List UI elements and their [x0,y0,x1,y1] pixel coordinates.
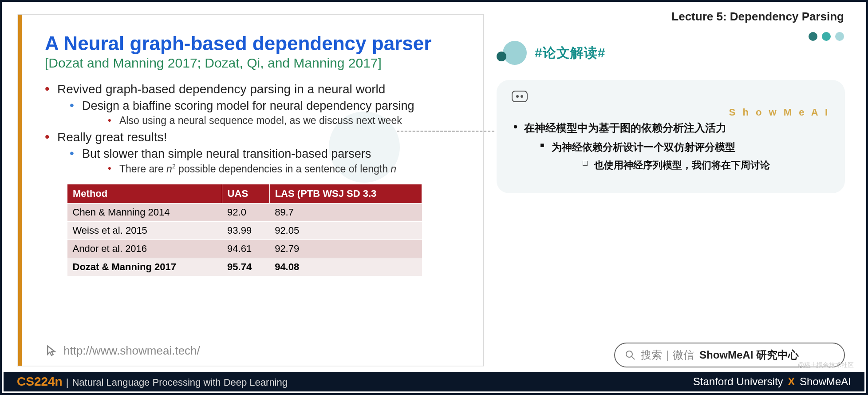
bullet-text: Design a biaffine scoring model for neur… [82,99,414,112]
cell-method: Chen & Manning 2014 [67,203,222,221]
search-bold: ShowMeAI 研究中心 [699,348,799,362]
bullet-item: Also using a neural sequence model, as w… [82,115,457,127]
page-frame: Lecture 5: Dependency Parsing A Neural g… [0,0,868,395]
table-header: Method [67,184,222,203]
bullet-text: Revived graph-based dependency parsing i… [57,82,385,96]
course-code: CS224n [17,375,63,389]
cell-uas: 94.61 [222,239,269,258]
search-prefix: 搜索｜微信 [641,348,694,362]
bullet-text-mid: possible dependencies in a sentence of l… [176,163,391,175]
cell-las: 92.05 [269,221,422,239]
footer-bar: CS224n | Natural Language Processing wit… [4,372,864,391]
bullet-text: But slower than simple neural transition… [82,147,371,160]
decorative-dots [809,32,844,41]
cell-method: Weiss et al. 2015 [67,221,222,239]
var-n-end: n [391,163,396,175]
table-header: LAS (PTB WSJ SD 3.3 [269,184,422,203]
annotation-box: S h o w M e A I 在神经模型中为基于图的依赖分析注入活力 为神经依… [497,80,845,193]
svg-point-0 [626,351,632,357]
cell-uas: 92.0 [222,203,269,221]
var-n: n [166,163,172,175]
connector-line [397,131,494,132]
bullet-item: Revived graph-based dependency parsing i… [45,82,457,127]
svg-line-1 [631,356,635,359]
annotation-header: #论文解读# [497,41,605,65]
bullet-item: Design a biaffine scoring model for neur… [57,99,457,127]
bullet-text: Also using a neural sequence model, as w… [119,115,402,126]
lecture-label: Lecture 5: Dependency Parsing [671,10,844,24]
annotation-line: 为神经依赖分析设计一个双仿射评分模型 也使用神经序列模型，我们将在下周讨论 [524,140,830,172]
robot-icon [512,91,528,102]
cell-method: Dozat & Manning 2017 [67,258,222,276]
cell-uas: 93.99 [222,221,269,239]
annotation-line: 也使用神经序列模型，我们将在下周讨论 [552,159,830,172]
table-row: Andor et al. 2016 94.61 92.79 [67,239,422,258]
slide-citation: [Dozat and Manning 2017; Dozat, Qi, and … [45,56,457,71]
search-icon [625,350,635,360]
annotation-text: 在神经模型中为基于图的依赖分析注入活力 [524,122,726,134]
table-header: UAS [222,184,269,203]
footer-university: Stanford University [693,375,783,387]
annotation-tag: #论文解读# [535,44,605,62]
bullet-item: Really great results! But slower than si… [45,130,457,175]
slide-footer: http://www.showmeai.tech/ [45,344,200,358]
cell-las: 92.79 [269,239,422,258]
annotation-line: 在神经模型中为基于图的依赖分析注入活力 为神经依赖分析设计一个双仿射评分模型 也… [512,121,830,172]
table-row: Chen & Manning 2014 92.0 89.7 [67,203,422,221]
course-subtitle: Natural Language Processing with Deep Le… [72,377,288,388]
bullet-text: Really great results! [57,130,167,144]
slide-content: A Neural graph-based dependency parser [… [18,15,483,276]
slide-card: A Neural graph-based dependency parser [… [18,14,484,366]
slide-title: A Neural graph-based dependency parser [45,32,457,55]
annotation-text: 也使用神经序列模型，我们将在下周讨论 [594,160,770,171]
cell-method: Andor et al. 2016 [67,239,222,258]
course-sep: | [66,377,69,388]
cell-las: 94.08 [269,258,422,276]
annotation-text: 为神经依赖分析设计一个双仿射评分模型 [552,141,735,153]
table-row: Weiss et al. 2015 93.99 92.05 [67,221,422,239]
bullet-item: But slower than simple neural transition… [57,147,457,175]
footer-brand: ShowMeAI [800,375,851,387]
exponent: 2 [172,163,176,170]
watermark: @稀土掘金技术社区 [798,361,854,369]
footer-link[interactable]: http://www.showmeai.tech/ [63,344,200,358]
results-table: Method UAS LAS (PTB WSJ SD 3.3 Chen & Ma… [67,184,422,276]
annotation-header-icon [497,41,529,65]
cell-las: 89.7 [269,203,422,221]
slide-accent-bar [18,15,22,366]
cursor-icon [45,344,58,358]
bullet-item: There are n2 possible dependencies in a … [82,163,457,175]
bullet-text-prefix: There are [119,163,166,175]
table-row: Dozat & Manning 2017 95.74 94.08 [67,258,422,276]
cell-uas: 95.74 [222,258,269,276]
footer-x: X [786,375,797,387]
annotation-brand: S h o w M e A I [512,107,830,118]
